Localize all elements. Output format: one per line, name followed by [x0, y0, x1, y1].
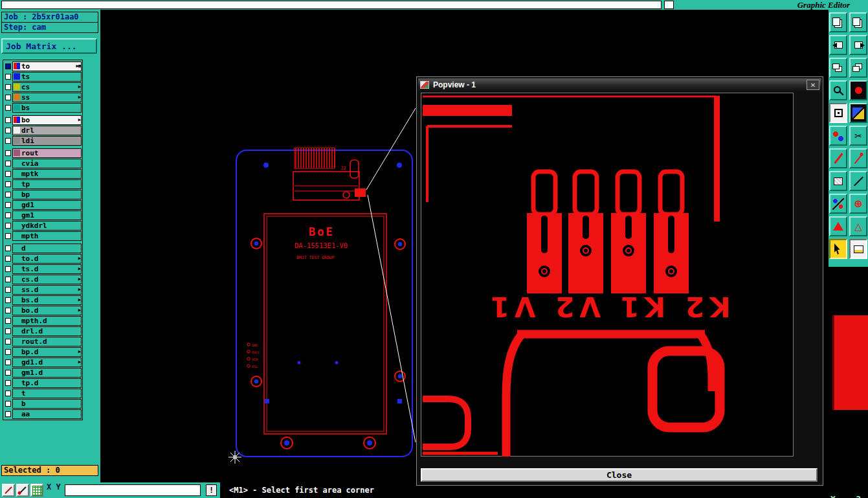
layer-row-main[interactable]: ts.d ▶: [12, 264, 82, 274]
layer-row[interactable]: bo ▶: [4, 115, 82, 125]
alert-button[interactable]: !: [206, 484, 217, 496]
layer-row-main[interactable]: bp.d ▶: [12, 347, 82, 357]
layer-checkbox[interactable]: [5, 223, 11, 229]
layer-row-main[interactable]: ts: [12, 72, 82, 82]
layer-row[interactable]: tp.d: [4, 378, 82, 388]
diagonal-line-button[interactable]: [2, 484, 15, 497]
layer-row[interactable]: cvia: [4, 158, 82, 168]
layer-row-main[interactable]: gm1: [12, 210, 82, 220]
layer-checkbox[interactable]: [5, 150, 11, 156]
layer-row[interactable]: tp: [4, 179, 82, 189]
layer-row-main[interactable]: cvia: [12, 159, 82, 168]
layer-row-main[interactable]: b: [12, 399, 82, 409]
layer-row-main[interactable]: aa: [12, 409, 82, 419]
zoom-window-button[interactable]: [849, 239, 867, 259]
layer-row[interactable]: drl.d: [4, 326, 82, 336]
copy-window-button[interactable]: [849, 12, 867, 32]
layer-row-main[interactable]: to ▶▦: [12, 62, 82, 71]
layer-row-main[interactable]: d: [12, 243, 82, 253]
layer-checkbox[interactable]: [5, 84, 11, 90]
layer-row-main[interactable]: ydkdrl: [12, 221, 82, 231]
layer-row-main[interactable]: gm1.d: [12, 368, 82, 378]
layer-row-main[interactable]: mpth.d: [12, 316, 82, 326]
layer-checkbox[interactable]: [5, 411, 11, 417]
aperture-button[interactable]: [829, 103, 847, 123]
layer-checkbox[interactable]: [5, 202, 11, 208]
surface-tool-button[interactable]: [829, 171, 847, 191]
measure-triangle-button[interactable]: △: [849, 216, 867, 236]
layer-checkbox[interactable]: [5, 105, 11, 111]
layer-checkbox[interactable]: [5, 339, 11, 345]
export-button[interactable]: [849, 35, 867, 55]
layer-checkbox[interactable]: [5, 266, 11, 272]
layer-row-main[interactable]: ss.d ▶: [12, 285, 82, 295]
layer-checkbox[interactable]: [5, 359, 11, 365]
magnifier-button[interactable]: [829, 80, 847, 100]
transform-tool-button[interactable]: [829, 194, 847, 214]
layer-row-main[interactable]: bp: [12, 190, 82, 199]
color-split-button[interactable]: [849, 103, 867, 123]
layer-row[interactable]: gm1.d: [4, 367, 82, 378]
layer-row-main[interactable]: cs ▶: [12, 82, 82, 92]
layer-row[interactable]: gm1: [4, 210, 82, 220]
layer-checkbox[interactable]: [5, 74, 11, 80]
layer-row[interactable]: bs: [4, 102, 82, 113]
layer-checkbox[interactable]: [5, 297, 11, 303]
layer-checkbox[interactable]: [5, 117, 11, 123]
close-icon[interactable]: ✕: [807, 80, 819, 90]
layer-checkbox[interactable]: [5, 287, 11, 293]
select-arrow-button[interactable]: [829, 239, 847, 259]
layer-row[interactable]: bp: [4, 189, 82, 199]
grid-button[interactable]: [30, 484, 43, 497]
xy-input[interactable]: [65, 484, 201, 496]
layer-checkbox[interactable]: [5, 245, 11, 251]
layer-checkbox[interactable]: [5, 318, 11, 324]
pads-button[interactable]: [829, 126, 847, 146]
layer-row[interactable]: bs.d ▶: [4, 295, 82, 305]
add-pad-button[interactable]: ⊕: [849, 194, 867, 214]
layer-checkbox[interactable]: [5, 401, 11, 407]
layer-checkbox[interactable]: [5, 212, 11, 218]
layer-row[interactable]: drl: [4, 125, 82, 135]
layer-row[interactable]: mpth: [4, 231, 82, 241]
layer-row[interactable]: gd1: [4, 199, 82, 210]
layer-checkbox[interactable]: [5, 308, 11, 313]
layer-checkbox[interactable]: [5, 138, 11, 144]
layer-row-main[interactable]: ss ▶: [12, 93, 82, 102]
layer-row-main[interactable]: cs.d ▶: [12, 275, 82, 284]
layer-row[interactable]: t: [4, 388, 82, 398]
new-window-button[interactable]: [829, 12, 847, 32]
layer-checkbox[interactable]: [5, 233, 11, 239]
layer-row-main[interactable]: rout: [12, 148, 82, 158]
layer-row[interactable]: to.d ▶: [4, 253, 82, 264]
popview-content[interactable]: K2 K1 V2 V1: [421, 93, 794, 457]
layer-row-main[interactable]: ldi: [12, 136, 82, 146]
layer-row[interactable]: rout.d: [4, 336, 82, 346]
layer-row-main[interactable]: gd1: [12, 200, 82, 210]
layer-row-main[interactable]: mptk: [12, 169, 82, 179]
layer-row[interactable]: b: [4, 398, 82, 409]
layer-row-main[interactable]: rout.d: [12, 337, 82, 346]
popview-close-button[interactable]: Close: [421, 468, 818, 482]
layer-row[interactable]: ts: [4, 71, 82, 82]
layer-checkbox[interactable]: [5, 370, 11, 376]
layer-checkbox[interactable]: [5, 171, 11, 177]
layer-checkbox[interactable]: [5, 256, 11, 262]
tile-windows-button[interactable]: [849, 58, 867, 78]
layer-row-main[interactable]: tp.d: [12, 378, 82, 388]
line-tool-button[interactable]: [829, 148, 847, 168]
layer-row-main[interactable]: mpth: [12, 231, 82, 241]
layer-checkbox[interactable]: [5, 349, 11, 355]
clear-layer-button[interactable]: [849, 80, 867, 100]
layer-row[interactable]: ss ▶: [4, 92, 82, 102]
popview-titlebar[interactable]: Popview - 1 ✕: [418, 78, 821, 91]
layer-row-main[interactable]: to.d ▶: [12, 254, 82, 264]
layer-checkbox[interactable]: [5, 181, 11, 187]
layer-row[interactable]: to ▶▦: [4, 61, 82, 71]
import-button[interactable]: [829, 35, 847, 55]
layer-row-main[interactable]: bs: [12, 103, 82, 113]
layer-row[interactable]: ss.d ▶: [4, 284, 82, 295]
command-box[interactable]: [664, 1, 674, 9]
layer-row[interactable]: cs ▶: [4, 82, 82, 92]
layer-row[interactable]: cs.d ▶: [4, 274, 82, 284]
